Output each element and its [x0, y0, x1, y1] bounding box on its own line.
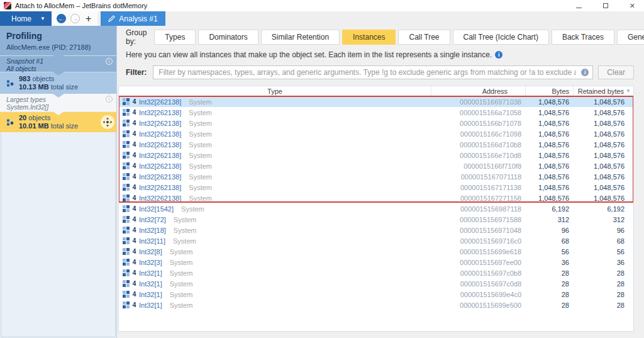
groupby-tab-dominators[interactable]: Dominators: [198, 30, 258, 45]
retained-cell: 1,048,576: [573, 184, 633, 191]
table-row[interactable]: 4 Int32[11] System 00000151569716c0 68 6…: [119, 235, 633, 246]
table-row[interactable]: 4 Int32[262138] System 0000015166a71058 …: [119, 107, 633, 118]
array-type-icon: [123, 173, 130, 180]
groupby-tab-generations[interactable]: Generations: [617, 30, 644, 45]
type-cell: 4 Int32[262138] System: [119, 141, 431, 149]
info-icon[interactable]: i: [495, 51, 502, 59]
array-type-icon: [123, 184, 130, 191]
address-cell: 0000015166b71078: [431, 120, 525, 127]
groupby-tab-instances[interactable]: Instances: [342, 30, 396, 45]
table-row[interactable]: 4 Int32[1] System 000001515697c0b8 28 28: [119, 268, 633, 278]
forward-button[interactable]: →: [70, 14, 80, 23]
table-row[interactable]: 4 Int32[1542] System 0000015156987118 6,…: [119, 203, 633, 214]
clear-filter-button[interactable]: Clear: [598, 65, 634, 79]
maximize-button[interactable]: [603, 3, 608, 9]
type-name: Int32[1]: [139, 269, 162, 277]
groupby-tab-back-traces[interactable]: Back Traces: [552, 30, 614, 45]
address-cell: 0000015166e710d8: [431, 152, 525, 159]
table-row[interactable]: 4 Int32[8] System 000001515699e618 56 56: [119, 246, 633, 257]
type-name: Int32[262138]: [139, 141, 181, 149]
current-view-marker: [101, 115, 114, 129]
filter-input[interactable]: [153, 65, 593, 79]
bytes-cell: 1,048,576: [525, 120, 573, 127]
table-row[interactable]: 4 Int32[1] System 000001515699e4c0 28 28: [119, 289, 633, 300]
retained-cell: 1,048,576: [573, 173, 633, 181]
bytes-cell: 56: [525, 248, 573, 256]
groupby-tab-call-tree[interactable]: Call Tree: [398, 30, 450, 45]
info-icon[interactable]: i: [106, 96, 113, 103]
table-row[interactable]: 4 Int32[262138] System 0000015166f710f8 …: [119, 161, 633, 171]
all-objects-block[interactable]: 983 objects 10.13 MB total size: [0, 72, 116, 94]
retained-cell: 1,048,576: [573, 194, 633, 202]
column-header-bytes[interactable]: Bytes: [525, 86, 573, 96]
navigation-buttons: ← → +: [52, 11, 97, 26]
type-cell: 4 Int32[262138] System: [119, 109, 431, 116]
groupby-tab-call-tree-icicle-chart-[interactable]: Call Tree (Icicle Chart): [453, 30, 549, 45]
type-namespace: System: [189, 141, 212, 149]
column-header-address[interactable]: Address: [431, 86, 525, 96]
retained-cell: 28: [573, 269, 633, 277]
type-name: Int32[262138]: [139, 173, 181, 181]
info-icon[interactable]: i: [106, 58, 113, 65]
type-name: Int32[11]: [139, 237, 165, 245]
table-row[interactable]: 4 Int32[1] System 000001515697c0d8 28 28: [119, 278, 633, 289]
new-tab-button[interactable]: +: [84, 13, 92, 25]
close-button[interactable]: ✕: [630, 3, 635, 9]
retained-cell: 36: [573, 259, 633, 266]
bytes-cell: 28: [525, 291, 573, 298]
bytes-cell: 1,048,576: [525, 152, 573, 159]
table-row[interactable]: 4 Int32[262138] System 0000015167071118 …: [119, 171, 633, 182]
view-description: Here you can view all instances that mak…: [118, 50, 634, 59]
size-label: total size: [51, 122, 78, 130]
bytes-cell: 1,048,576: [525, 98, 573, 106]
array-type-icon: [123, 301, 130, 308]
column-header-type[interactable]: Type: [119, 86, 431, 96]
groupby-tab-similar-retention[interactable]: Similar Retention: [261, 30, 340, 45]
type-name: Int32[262138]: [139, 120, 181, 127]
column-header-retained-bytes[interactable]: Retained bytes ▼: [573, 86, 633, 96]
table-row[interactable]: 4 Int32[262138] System 0000015166c71098 …: [119, 128, 633, 139]
type-namespace: System: [170, 259, 193, 266]
total-size: 10.13 MB: [19, 83, 49, 91]
table-row[interactable]: 4 Int32[1] System 000001515699e500 28 28: [119, 300, 633, 310]
table-row[interactable]: 4 Int32[72] System 0000015156971588 312 …: [119, 214, 633, 225]
address-cell: 000001515699e500: [431, 301, 525, 309]
snapshot-scope: All objects: [6, 65, 110, 72]
value-type-icon: 4: [132, 162, 136, 169]
bytes-cell: 96: [525, 227, 573, 234]
groupby-tab-types[interactable]: Types: [154, 30, 196, 45]
maximize-icon: [603, 3, 608, 8]
bytes-cell: 68: [525, 237, 573, 245]
table-row[interactable]: 4 Int32[18] System 0000015156971048 96 9…: [119, 225, 633, 235]
type-cell: 4 Int32[262138] System: [119, 98, 431, 106]
minimize-button[interactable]: [576, 3, 582, 9]
address-cell: 0000015167071118: [431, 173, 525, 181]
table-row[interactable]: 4 Int32[3] System 000001515697ee00 36 36: [119, 257, 633, 268]
address-cell: 000001515697c0d8: [431, 280, 525, 288]
value-type-icon: 4: [132, 109, 136, 116]
back-button[interactable]: ←: [57, 14, 66, 23]
type-name: Int32[1]: [139, 301, 162, 309]
retained-cell: 1,048,576: [573, 98, 633, 106]
tab-analysis-1[interactable]: Analysis #1: [101, 11, 165, 26]
bytes-cell: 6,192: [525, 205, 573, 213]
retained-cell: 1,048,576: [573, 162, 633, 170]
table-row[interactable]: 4 Int32[262138] System 0000015166d710b8 …: [119, 139, 633, 150]
retained-cell: 312: [573, 216, 633, 223]
table-row[interactable]: 4 Int32[262138] System 0000015166b71078 …: [119, 118, 633, 128]
bytes-cell: 1,048,576: [525, 162, 573, 170]
table-row[interactable]: 4 Int32[262138] System 0000015166e710d8 …: [119, 150, 633, 161]
home-menu-button[interactable]: Home ▼: [0, 11, 52, 26]
type-cell: 4 Int32[262138] System: [119, 152, 431, 159]
value-type-icon: 4: [132, 301, 136, 308]
table-header: Type Address Bytes Retained bytes ▼: [119, 86, 633, 96]
table-row[interactable]: 4 Int32[262138] System 0000015167271158 …: [119, 193, 633, 203]
groupby-tabs: TypesDominatorsSimilar RetentionInstance…: [154, 30, 644, 45]
type-name: Int32[1]: [139, 280, 162, 288]
array-type-icon: [123, 141, 130, 148]
type-namespace: System: [181, 205, 204, 213]
table-row[interactable]: 4 Int32[262138] System 0000015167171138 …: [119, 182, 633, 193]
objects-label: objects: [28, 114, 50, 121]
type-cell: 4 Int32[72] System: [119, 216, 431, 223]
table-row[interactable]: 4 Int32[262138] System 0000015166971038 …: [119, 96, 633, 107]
